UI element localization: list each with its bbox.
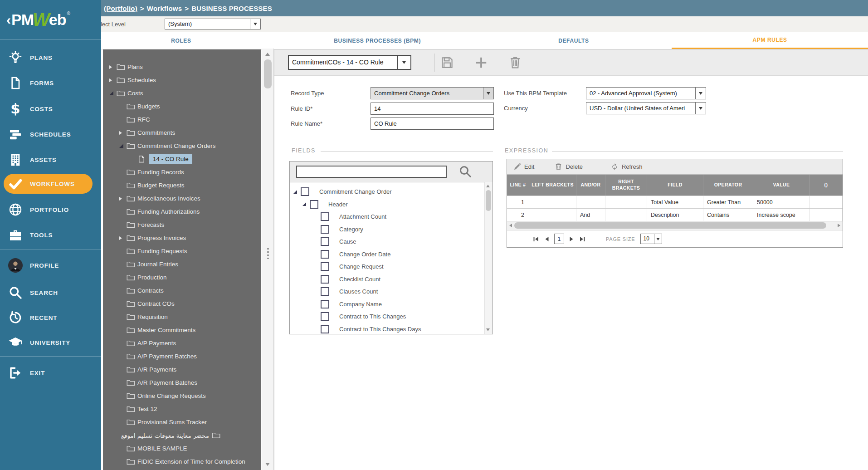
- scroll-up-arrow[interactable]: [486, 185, 490, 187]
- field-tree-item[interactable]: Contract to This Changes Days: [290, 323, 493, 334]
- tree-item[interactable]: Contract COs: [103, 297, 261, 310]
- tree-item[interactable]: A/P Payments: [103, 337, 261, 350]
- page-size-dropdown[interactable]: 10: [640, 234, 662, 244]
- tab-roles[interactable]: ROLES: [83, 32, 279, 49]
- tree-item[interactable]: Budgets: [103, 100, 261, 113]
- collapsed-arrow-icon[interactable]: [119, 197, 122, 201]
- chevron-down-icon[interactable]: [695, 103, 706, 114]
- next-page-button[interactable]: [567, 235, 575, 243]
- scrollbar-thumb[interactable]: [486, 190, 491, 211]
- sidebar-item-exit[interactable]: EXIT: [0, 362, 101, 384]
- select-level-dropdown[interactable]: (System): [165, 19, 261, 29]
- sidebar-item-costs[interactable]: $COSTS: [0, 98, 101, 120]
- tree-item[interactable]: Master Commitments: [103, 323, 261, 337]
- tree-item[interactable]: Commitments: [103, 126, 261, 139]
- scroll-down-arrow[interactable]: [486, 328, 490, 331]
- field-tree-item[interactable]: Header: [290, 198, 493, 211]
- checkbox[interactable]: [321, 225, 329, 234]
- checkbox[interactable]: [321, 287, 329, 296]
- scrollbar-thumb[interactable]: [514, 222, 826, 229]
- sidebar-item-portfolio[interactable]: PORTFOLIO: [0, 199, 101, 220]
- checkbox[interactable]: [321, 212, 329, 221]
- field-tree-item[interactable]: Contract to This Changes: [290, 310, 493, 323]
- pmweb-logo[interactable]: ‹PMWeb®: [0, 0, 89, 39]
- record-type-dropdown[interactable]: Commitment Change Orders: [371, 87, 494, 99]
- tree-item[interactable]: A/R Payments: [103, 363, 261, 376]
- prev-page-button[interactable]: [543, 235, 551, 243]
- fields-search-input[interactable]: [296, 166, 447, 178]
- splitter-grip[interactable]: [267, 248, 269, 260]
- field-tree-item[interactable]: Clauses Count: [290, 285, 493, 298]
- tree-item[interactable]: Production: [103, 271, 261, 284]
- tree-item[interactable]: A/P Payment Batches: [103, 350, 261, 363]
- checkbox[interactable]: [321, 312, 329, 321]
- edit-button[interactable]: Edit: [513, 163, 534, 171]
- sidebar-item-schedules[interactable]: SCHEDULES: [0, 123, 101, 145]
- field-tree-item[interactable]: Category: [290, 223, 493, 236]
- tree-item[interactable]: Funding Records: [103, 166, 261, 179]
- expanded-arrow-icon[interactable]: [302, 202, 306, 206]
- tab-defaults[interactable]: DEFAULTS: [476, 32, 672, 49]
- checkbox[interactable]: [321, 237, 329, 246]
- record-selector-dropdown[interactable]: CommitmentCOs - 14 - CO Rule: [288, 55, 411, 70]
- scroll-left-arrow[interactable]: [509, 224, 512, 227]
- chevron-down-icon[interactable]: [483, 88, 493, 99]
- bpm-template-dropdown[interactable]: 02 - Advanced Approval (System): [586, 87, 706, 99]
- field-tree-item[interactable]: Attachment Count: [290, 211, 493, 223]
- field-tree-item[interactable]: Commitment Change Order: [290, 186, 493, 198]
- add-button[interactable]: [474, 56, 488, 69]
- tree-item[interactable]: Progress Invoices: [103, 231, 261, 245]
- tree-item[interactable]: Provisional Sums Tracker: [103, 416, 261, 429]
- expanded-arrow-icon[interactable]: [119, 144, 123, 148]
- checkbox[interactable]: [301, 187, 309, 196]
- collapsed-arrow-icon[interactable]: [109, 78, 112, 82]
- sidebar-item-workflows[interactable]: WORKFLOWS: [0, 173, 101, 195]
- tree-item[interactable]: Miscellaneous Invoices: [103, 192, 261, 205]
- checkbox[interactable]: [321, 275, 329, 284]
- collapsed-arrow-icon[interactable]: [119, 131, 122, 135]
- expanded-arrow-icon[interactable]: [109, 91, 113, 95]
- collapsed-arrow-icon[interactable]: [109, 65, 112, 69]
- tree-item[interactable]: Contracts: [103, 284, 261, 297]
- tab-business-processes-bpm[interactable]: BUSINESS PROCESSES (BPM): [279, 32, 476, 49]
- scrollbar-thumb[interactable]: [264, 59, 272, 88]
- page-number-box[interactable]: 1: [554, 234, 564, 244]
- tree-item[interactable]: محضر معاينة معوقات تسليم اموقع: [103, 429, 261, 442]
- tree-item-selected[interactable]: 14 - CO Rule: [103, 152, 261, 166]
- rule-name-input[interactable]: [371, 118, 494, 130]
- tree-item[interactable]: Funding Authorizations: [103, 205, 261, 218]
- tree-scrollbar[interactable]: [262, 49, 274, 470]
- tree-item[interactable]: Requisition: [103, 310, 261, 323]
- save-button[interactable]: [440, 56, 454, 69]
- chevron-down-icon[interactable]: [397, 56, 410, 69]
- checkbox[interactable]: [321, 300, 329, 308]
- sidebar-item-university[interactable]: UNIVERSITY: [0, 332, 101, 353]
- delete-button[interactable]: [508, 56, 522, 69]
- tree-item[interactable]: Test 12: [103, 402, 261, 416]
- tree-item[interactable]: FIDIC Extension of Time for Completion: [103, 455, 261, 468]
- tree-item[interactable]: Plans: [103, 60, 261, 73]
- collapsed-arrow-icon[interactable]: [119, 236, 122, 240]
- field-tree-item[interactable]: Cause: [290, 235, 493, 248]
- tree-item[interactable]: A/R Payment Batches: [103, 376, 261, 389]
- breadcrumb-portfolio-link[interactable]: (Portfolio): [104, 5, 137, 12]
- fields-scrollbar[interactable]: [484, 182, 493, 334]
- tree-item[interactable]: Forecasts: [103, 218, 261, 231]
- sidebar-item-recent[interactable]: RECENT: [0, 307, 101, 328]
- chevron-down-icon[interactable]: [250, 19, 260, 29]
- sidebar-item-forms[interactable]: FORMS: [0, 72, 101, 94]
- tree-item[interactable]: Online Change Requests: [103, 389, 261, 402]
- checkbox[interactable]: [321, 262, 329, 271]
- sidebar-item-plans[interactable]: PLANS: [0, 47, 101, 69]
- table-row[interactable]: 1Total ValueGreater Than50000: [507, 196, 843, 208]
- currency-dropdown[interactable]: USD - Dollar (United States of Ameri: [586, 102, 706, 114]
- scroll-right-arrow[interactable]: [838, 224, 840, 227]
- delete-button[interactable]: Delete: [555, 163, 583, 171]
- last-page-button[interactable]: [578, 235, 586, 243]
- tree-item[interactable]: RFC: [103, 113, 261, 126]
- tab-apm-rules[interactable]: APM RULES: [672, 32, 868, 49]
- tree-item[interactable]: Funding Requests: [103, 245, 261, 258]
- tree-item[interactable]: Schedules: [103, 73, 261, 87]
- field-tree-item[interactable]: Company Name: [290, 298, 493, 311]
- tree-item[interactable]: Commitment Change Orders: [103, 139, 261, 152]
